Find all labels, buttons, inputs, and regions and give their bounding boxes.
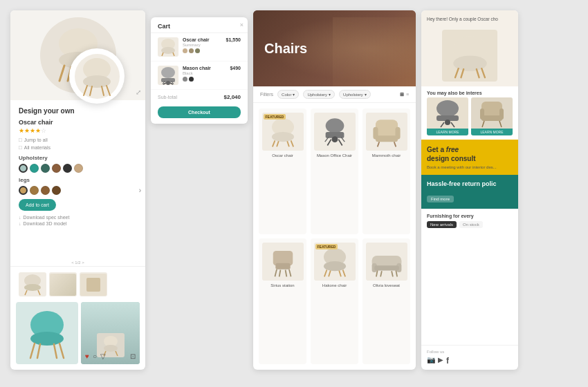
jump-all-link[interactable]: Jump to all [19, 137, 137, 143]
svg-line-73 [396, 270, 397, 276]
bottom-section: ♥ ○ ▽ ⊡ [10, 302, 145, 370]
next-arrow[interactable]: › [139, 187, 141, 194]
svg-line-47 [338, 140, 342, 146]
cart-item-2-name: Mason chair [183, 66, 226, 70]
youtube-icon[interactable]: ▶ [438, 356, 443, 366]
add-to-cart-button[interactable]: Add to cart [19, 199, 56, 211]
follow-label: Follow us [427, 350, 513, 354]
checkout-button[interactable]: Checkout [158, 106, 241, 118]
product-card-hakone[interactable]: FEATURED Hakone chair [311, 238, 358, 364]
side-panel: Hey there! Only a couple Oscar cho You m… [421, 10, 518, 370]
svg-point-84 [445, 120, 450, 125]
cart-item-2-details: Mason chair Black [183, 66, 226, 82]
social-icons: ♥ ○ ▽ [85, 352, 106, 360]
leg-color-swatch[interactable] [52, 186, 61, 195]
find-more-button[interactable]: Find more [427, 196, 454, 202]
download-links: Download spec sheet Download 3D model [19, 215, 137, 226]
delete-item-2-button[interactable]: × [240, 21, 244, 28]
thumbnail-3[interactable] [80, 272, 107, 296]
furnish-tab-new[interactable]: New arrivals [427, 221, 457, 228]
color-swatch[interactable] [52, 164, 61, 173]
leg-colors [19, 186, 137, 195]
download-3d-link[interactable]: Download 3D model [19, 221, 137, 226]
svg-line-66 [329, 270, 331, 276]
category-hero: Chairs [253, 10, 416, 86]
view-list[interactable]: ≡ [406, 92, 409, 97]
promo-consult-title: Get a freedesign consult [427, 145, 513, 163]
cart-title: Cart [158, 23, 241, 30]
svg-rect-53 [375, 135, 397, 142]
color-swatch[interactable] [19, 164, 28, 173]
svg-line-42 [287, 141, 289, 147]
legs-label: legs [19, 177, 137, 183]
cart-item-1: Oscar chair Summary $1,550 × [151, 33, 248, 62]
mason-chair-small [316, 115, 353, 149]
product-card-oscar[interactable]: FEATURED Oscar chair [259, 108, 306, 234]
product-name-3: Mammoth chair [372, 153, 401, 158]
color-swatch[interactable] [30, 164, 39, 173]
product-name-4: Sirius station [270, 283, 294, 287]
svg-line-79 [481, 68, 485, 77]
product-card-olivia[interactable]: Olivia loveseat [362, 238, 410, 364]
furnish-section: Furnishing for every New arrivals On sto… [421, 209, 518, 232]
svg-line-28 [162, 53, 163, 56]
heart-icon[interactable]: ♥ [85, 352, 89, 360]
suggest-chair-1 [430, 97, 465, 129]
cart-item-1-details: Oscar chair Summary [183, 37, 222, 53]
bottom-large-thumb[interactable] [16, 302, 78, 364]
cart-item-1-desc: Summary [183, 43, 222, 47]
product-name-1: Oscar chair [272, 153, 293, 158]
svg-rect-71 [374, 265, 399, 270]
product-card-mammoth[interactable]: Mammoth chair [362, 108, 410, 234]
upholstery-colors [19, 164, 137, 173]
color-swatch[interactable] [74, 164, 83, 173]
thumbnail-2[interactable] [49, 272, 77, 296]
leg-color-swatch[interactable] [41, 186, 50, 195]
follow-icons: 📷 ▶ f [427, 356, 513, 366]
suggest-img-2 [471, 97, 513, 129]
sirius-chair-small [264, 245, 302, 279]
all-materials-link[interactable]: All materials [19, 144, 137, 151]
expand-icon[interactable]: ⤢ [136, 88, 141, 96]
svg-line-25 [102, 86, 104, 95]
instagram-icon[interactable]: 📷 [427, 356, 435, 366]
share-icon[interactable]: ▽ [100, 352, 106, 360]
filter-color[interactable]: Color [277, 90, 299, 99]
thumbnail-1[interactable] [19, 272, 46, 296]
svg-line-2 [59, 66, 64, 81]
facebook-icon[interactable]: f [446, 356, 449, 366]
product-card-mason[interactable]: Mason Office Chair [311, 108, 358, 234]
olivia-loveseat-small [368, 245, 405, 279]
suggest-btn-1[interactable]: LEARN MORE [427, 129, 468, 135]
suggest-btn-2[interactable]: LEARN MORE [471, 129, 513, 135]
svg-line-29 [173, 53, 174, 56]
svg-line-40 [291, 140, 293, 147]
cart-item-1-image [158, 37, 178, 57]
product-card-sirius[interactable]: Sirius station [259, 238, 306, 364]
furnish-tabs: New arrivals On stock [427, 221, 513, 228]
leg-color-swatch[interactable] [30, 186, 39, 195]
view-grid[interactable]: ⊞ [400, 92, 404, 97]
color-dot [189, 48, 194, 53]
cart-chair-1 [158, 37, 178, 57]
svg-point-82 [437, 100, 459, 117]
filter-upholstery1[interactable]: Upholstery [303, 90, 335, 99]
color-swatch[interactable] [63, 164, 72, 173]
comment-icon[interactable]: ○ [93, 352, 97, 360]
svg-point-17 [104, 345, 118, 352]
svg-line-8 [25, 290, 27, 295]
filter-upholstery2[interactable]: Upholstery [339, 90, 371, 99]
svg-line-65 [342, 270, 345, 277]
hakone-chair-small [316, 245, 353, 279]
bookmark-icon[interactable]: ⊡ [130, 352, 136, 360]
design-content: Design your own Oscar chair ★★★★☆ Jump t… [10, 100, 145, 259]
filters-label: Filters [260, 92, 273, 97]
svg-line-15 [54, 344, 57, 358]
furnish-tab-stock[interactable]: On stock [459, 221, 483, 228]
download-spec-link[interactable]: Download spec sheet [19, 215, 137, 220]
svg-line-60 [279, 270, 280, 277]
color-swatch[interactable] [41, 164, 50, 173]
leg-color-swatch[interactable] [19, 186, 28, 195]
design-panel-title: Design your own [19, 107, 137, 115]
svg-line-9 [38, 290, 40, 295]
